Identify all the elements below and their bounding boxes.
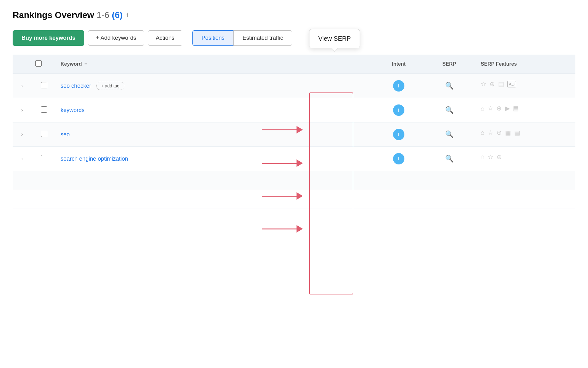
serp-tooltip: View SERP [309,29,360,48]
intent-cell: I [373,74,424,98]
checkbox-cell [32,122,57,147]
th-expand [13,55,32,74]
expand-cell: › [13,98,32,122]
keyword-cell: search engine optimization [57,147,373,171]
page-title: Rankings Overview 1-6 (6) [13,10,123,20]
expand-button[interactable]: › [19,82,25,90]
th-serp-features: SERP Features [474,55,575,74]
checkbox-cell [32,147,57,171]
serp-cell: 🔍 [424,98,474,122]
expand-button[interactable]: › [19,155,25,163]
th-keyword: Keyword ≡ [57,55,373,74]
table-row: ›keywordsI🔍⌂☆⊕▶▤ [13,98,575,122]
serp-search-icon[interactable]: 🔍 [445,82,454,90]
feature-icon-4: ▤ [513,104,519,112]
keyword-link[interactable]: seo checker [61,83,91,89]
intent-cell: I [373,122,424,147]
serp-search-icon[interactable]: 🔍 [445,106,454,114]
serp-features-cell: ☆⊕▤AD [474,74,575,94]
feature-icon-2: ⊕ [497,129,502,136]
feature-icon-0: ☆ [481,80,486,88]
serp-features-cell: ⌂☆⊕▶▤ [474,98,575,118]
keyword-link[interactable]: search engine optimization [61,156,128,162]
intent-badge: I [393,104,404,116]
serp-cell: 🔍 [424,122,474,147]
row-checkbox[interactable] [41,155,47,161]
keyword-link[interactable]: keywords [61,107,85,114]
page-wrapper: Rankings Overview 1-6 (6) ℹ Buy more key… [0,0,588,209]
red-arrow-4 [262,225,303,233]
tab-estimated-traffic[interactable]: Estimated traffic [233,30,292,46]
expand-cell: › [13,147,32,171]
add-keywords-button[interactable]: + Add keywords [88,30,144,46]
feature-icon-2: ⊕ [497,153,502,161]
feature-icon-4: ▤ [514,129,520,136]
feature-icon-1: ☆ [488,153,493,161]
tab-positions[interactable]: Positions [192,30,233,46]
keyword-cell: keywords [57,98,373,122]
feature-icon-3: ▶ [505,104,510,112]
table-row: ›seoI🔍⌂☆⊕▦▤ [13,122,575,147]
keyword-cell: seo checker+ add tag [57,74,373,98]
serp-cell: 🔍 [424,147,474,171]
row-checkbox[interactable] [41,82,47,88]
table-container: Keyword ≡ Intent SERP SERP Features ›seo… [13,55,575,209]
keyword-link[interactable]: seo [61,131,70,138]
table-row-empty [13,190,575,209]
table-row-empty [13,171,575,190]
feature-icon-2: ⊕ [497,104,502,112]
feature-icon-0: ⌂ [481,105,485,112]
row-checkbox[interactable] [41,131,47,137]
feature-icon-0: ⌂ [481,153,485,161]
expand-button[interactable]: › [19,106,25,114]
view-tabs: Positions Estimated traffic [192,30,292,46]
row-checkbox[interactable] [41,106,47,113]
serp-features-cell: ⌂☆⊕ [474,147,575,167]
feature-icon-1: ☆ [488,104,493,112]
intent-badge: I [393,153,404,164]
page-title-count: (6) [112,10,122,20]
feature-ad-icon: AD [507,81,516,87]
expand-cell: › [13,74,32,98]
info-icon[interactable]: ℹ [126,12,129,19]
rankings-table: Keyword ≡ Intent SERP SERP Features ›seo… [13,55,575,209]
feature-icon-2: ▤ [498,80,504,88]
intent-badge: I [393,80,404,92]
page-title-range: 1-6 [97,10,109,20]
feature-icon-3: ▦ [505,129,511,136]
th-check [32,55,57,74]
expand-cell: › [13,122,32,147]
table-header-row: Keyword ≡ Intent SERP SERP Features [13,55,575,74]
intent-cell: I [373,98,424,122]
serp-cell: 🔍 [424,74,474,98]
toolbar: Buy more keywords + Add keywords Actions… [13,30,575,46]
serp-search-icon[interactable]: 🔍 [445,155,454,163]
expand-button[interactable]: › [19,130,25,139]
table-row: ›seo checker+ add tagI🔍☆⊕▤AD [13,74,575,98]
feature-icon-1: ☆ [488,129,493,136]
checkbox-cell [32,98,57,122]
actions-button[interactable]: Actions [148,30,182,46]
table-row: ›search engine optimizationI🔍⌂☆⊕ [13,147,575,171]
feature-icon-0: ⌂ [481,129,485,136]
feature-icon-1: ⊕ [490,80,495,88]
checkbox-cell [32,74,57,98]
th-serp: SERP [424,55,474,74]
intent-badge: I [393,129,404,140]
keyword-cell: seo [57,122,373,147]
serp-search-icon[interactable]: 🔍 [445,130,454,138]
page-header: Rankings Overview 1-6 (6) ℹ [13,10,575,20]
select-all-checkbox[interactable] [35,60,42,67]
add-tag-button[interactable]: + add tag [96,82,124,90]
sort-icon[interactable]: ≡ [85,62,87,67]
th-intent: Intent [373,55,424,74]
buy-keywords-button[interactable]: Buy more keywords [13,30,84,46]
intent-cell: I [373,147,424,171]
serp-features-cell: ⌂☆⊕▦▤ [474,122,575,143]
